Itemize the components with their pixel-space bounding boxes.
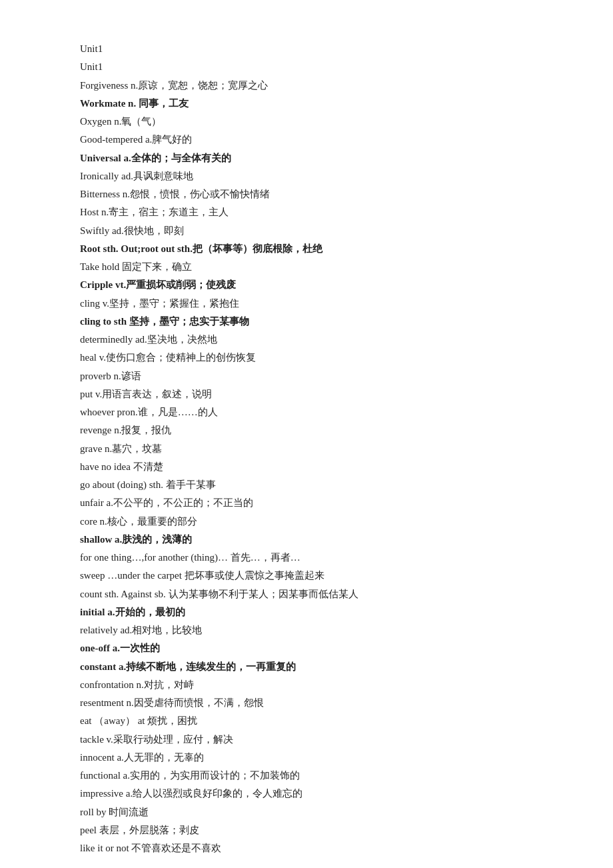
entries-container: Unit1Forgiveness n.原谅，宽恕，饶恕；宽厚之心Workmate… — [80, 58, 533, 857]
sweep: sweep …under the carpet 把坏事或使人震惊之事掩盖起来 — [80, 567, 533, 584]
grave: grave n.墓穴，坟墓 — [80, 440, 533, 457]
shallow: shallow a.肤浅的，浅薄的 — [80, 531, 533, 548]
universal: Universal a.全体的；与全体有关的 — [80, 149, 533, 167]
cling-to-sth: cling to sth 坚持，墨守；忠实于某事物 — [80, 313, 533, 330]
go-about: go about (doing) sth. 着手干某事 — [80, 476, 533, 493]
whoever: whoever pron.谁，凡是……的人 — [80, 403, 533, 421]
have-no-idea: have no idea 不清楚 — [80, 458, 533, 475]
root-sth-out: Root sth. Out;root out sth.把（坏事等）彻底根除，杜绝 — [80, 240, 533, 257]
like-it-or-not: like it or not 不管喜欢还是不喜欢 — [80, 839, 533, 857]
initial: initial a.开始的，最初的 — [80, 603, 533, 621]
heal: heal v.使伤口愈合；使精神上的创伤恢复 — [80, 349, 533, 366]
good-tempered: Good-tempered a.脾气好的 — [80, 131, 533, 148]
revenge: revenge n.报复，报仇 — [80, 421, 533, 439]
swiftly: Swiftly ad.很快地，即刻 — [80, 222, 533, 239]
for-one-thing: for one thing…,for another (thing)… 首先…，… — [80, 549, 533, 566]
cling: cling v.坚持，墨守；紧握住，紧抱住 — [80, 295, 533, 312]
functional: functional a.实用的，为实用而设计的；不加装饰的 — [80, 767, 533, 784]
roll-by: roll by 时间流逝 — [80, 803, 533, 821]
workmate: Workmate n. 同事，工友 — [80, 95, 533, 112]
take-hold: Take hold 固定下来，确立 — [80, 258, 533, 275]
impressive: impressive a.给人以强烈或良好印象的，令人难忘的 — [80, 785, 533, 802]
host: Host n.寄主，宿主；东道主，主人 — [80, 203, 533, 221]
innocent: innocent a.人无罪的，无辜的 — [80, 749, 533, 766]
oxygen: Oxygen n.氧（气） — [80, 113, 533, 130]
ironically: Ironically ad.具讽刺意味地 — [80, 167, 533, 185]
unfair: unfair a.不公平的，不公正的；不正当的 — [80, 494, 533, 511]
unit-title: Unit1 — [80, 40, 533, 57]
determinedly: determinedly ad.坚决地，决然地 — [80, 331, 533, 348]
confrontation: confrontation n.对抗，对峙 — [80, 676, 533, 693]
peel: peel 表层，外层脱落；剥皮 — [80, 821, 533, 839]
relatively: relatively ad.相对地，比较地 — [80, 621, 533, 639]
proverb: proverb n.谚语 — [80, 367, 533, 385]
one-off: one-off a.一次性的 — [80, 639, 533, 657]
bitterness: Bitterness n.怨恨，愤恨，伤心或不愉快情绪 — [80, 185, 533, 203]
unit-title: Unit1 — [80, 58, 533, 75]
count-sth: count sth. Against sb. 认为某事物不利于某人；因某事而低估… — [80, 585, 533, 603]
forgiveness: Forgiveness n.原谅，宽恕，饶恕；宽厚之心 — [80, 77, 533, 94]
cripple: Cripple vt.严重损坏或削弱；使残废 — [80, 276, 533, 293]
core: core n.核心，最重要的部分 — [80, 513, 533, 530]
constant: constant a.持续不断地，连续发生的，一再重复的 — [80, 658, 533, 675]
eat-away: eat （away） at 烦扰，困扰 — [80, 712, 533, 729]
page-content: Unit1 — [80, 40, 533, 57]
put: put v.用语言表达，叙述，说明 — [80, 385, 533, 403]
tackle: tackle v.采取行动处理，应付，解决 — [80, 731, 533, 748]
resentment: resentment n.因受虐待而愤恨，不满，怨恨 — [80, 694, 533, 711]
